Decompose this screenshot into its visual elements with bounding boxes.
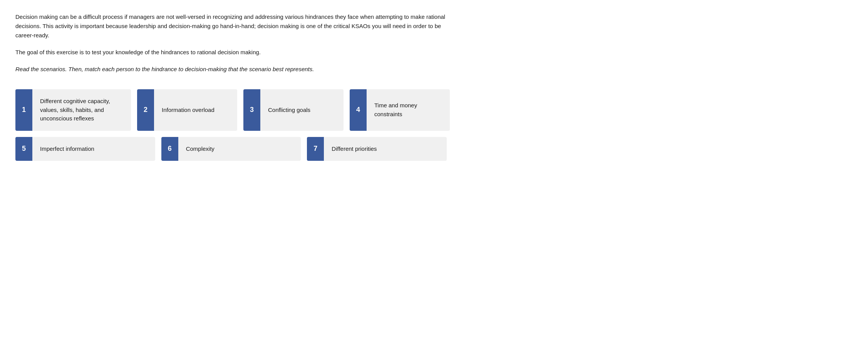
hindrance-card-6: 6Complexity xyxy=(161,137,301,161)
card-label-6: Complexity xyxy=(178,137,222,161)
hindrance-card-1: 1Different cognitive capacity, values, s… xyxy=(15,89,131,131)
hindrance-card-5: 5Imperfect information xyxy=(15,137,155,161)
card-number-2: 2 xyxy=(137,89,154,131)
hindrance-card-4: 4Time and money constraints xyxy=(350,89,450,131)
card-label-5: Imperfect information xyxy=(32,137,102,161)
card-label-3: Conflicting goals xyxy=(260,89,318,131)
goal-paragraph: The goal of this exercise is to test you… xyxy=(15,48,447,57)
hindrance-grid: 1Different cognitive capacity, values, s… xyxy=(15,89,447,161)
card-label-7: Different priorities xyxy=(324,137,384,161)
card-number-5: 5 xyxy=(15,137,32,161)
grid-row-1: 1Different cognitive capacity, values, s… xyxy=(15,89,447,131)
card-number-1: 1 xyxy=(15,89,32,131)
card-label-4: Time and money constraints xyxy=(367,89,450,131)
hindrance-card-2: 2Information overload xyxy=(137,89,237,131)
grid-row-2: 5Imperfect information6Complexity7Differ… xyxy=(15,137,447,161)
intro-paragraph1: Decision making can be a difficult proce… xyxy=(15,12,447,40)
card-number-4: 4 xyxy=(350,89,367,131)
hindrance-card-3: 3Conflicting goals xyxy=(243,89,344,131)
hindrance-card-7: 7Different priorities xyxy=(307,137,447,161)
instruction-paragraph: Read the scenarios. Then, match each per… xyxy=(15,65,447,74)
card-label-2: Information overload xyxy=(154,89,222,131)
card-label-1: Different cognitive capacity, values, sk… xyxy=(32,89,131,131)
card-number-7: 7 xyxy=(307,137,324,161)
card-number-3: 3 xyxy=(243,89,260,131)
card-number-6: 6 xyxy=(161,137,178,161)
